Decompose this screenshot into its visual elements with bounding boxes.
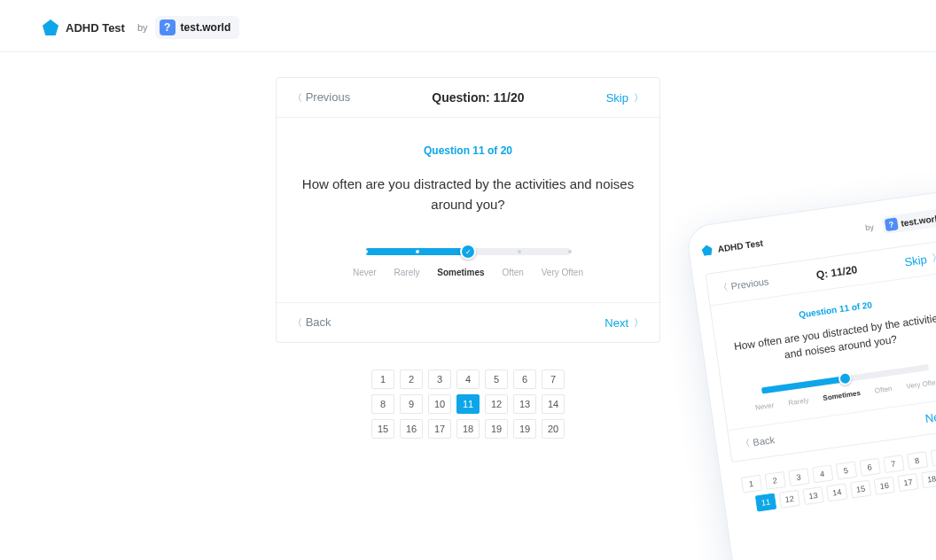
brand-icon: ? [885, 217, 899, 231]
brand-icon: ? [160, 19, 176, 35]
slider-label[interactable]: Rarely [394, 268, 420, 277]
phone-next-button: Next 〉 [924, 407, 936, 425]
pager-item[interactable]: 7 [542, 369, 565, 389]
phone-pager-item: 6 [859, 457, 880, 476]
question-card: 〈 Previous Question: 11/20 Skip 〉 Questi… [276, 77, 660, 343]
phone-back-button: 〈 Back [740, 433, 776, 451]
pager-item[interactable]: 11 [456, 394, 480, 414]
phone-pager-item: 13 [802, 486, 823, 505]
pager-item[interactable]: 4 [456, 369, 480, 389]
pager-item[interactable]: 17 [428, 419, 451, 439]
phone-pager-item: 8 [906, 451, 927, 470]
previous-label: Previous [306, 90, 351, 104]
question-counter: Question: 11/20 [432, 90, 524, 105]
pager-item[interactable]: 9 [400, 394, 423, 414]
phone-question-card: 〈 Previous Q: 11/20 Skip 〉 Question 11 o… [705, 239, 936, 462]
pager-item[interactable]: 20 [542, 419, 565, 439]
page-header: ADHD Test by ? test.world [0, 0, 936, 52]
phone-pager-item: 14 [826, 483, 847, 502]
phone-pager-item: 1 [740, 474, 761, 493]
app-title: ADHD Test [66, 21, 125, 35]
pager-item[interactable]: 12 [485, 394, 508, 414]
pentagon-icon [701, 245, 714, 257]
next-label: Next [604, 316, 628, 330]
question-pager: 123456789101112131415161718191920 [362, 369, 574, 439]
pager-item[interactable]: 19 [513, 419, 536, 439]
pentagon-icon [43, 19, 58, 35]
slider-label[interactable]: Often [502, 268, 523, 277]
phone-pager-item: 16 [874, 476, 895, 494]
pager-item[interactable]: 15 [371, 419, 394, 439]
phone-skip-button: Skip 〉 [904, 251, 936, 269]
next-button[interactable]: Next 〉 [604, 316, 644, 330]
by-label: by [137, 22, 148, 33]
chevron-left-icon: 〈 [740, 437, 752, 448]
pager-item[interactable]: 13 [513, 394, 536, 414]
pager-item[interactable]: 1 [371, 369, 394, 389]
phone-pager-item: 5 [835, 461, 856, 479]
phone-pager-item: 3 [788, 468, 809, 486]
pager-item[interactable]: 8 [371, 394, 394, 414]
brand-text: test.world [181, 21, 231, 34]
slider-knob[interactable]: ✓ [460, 244, 476, 260]
pager-item[interactable]: 14 [542, 394, 565, 414]
skip-label: Skip [606, 91, 628, 105]
pager-item[interactable]: 18 [456, 419, 480, 439]
phone-pager-item: 15 [850, 479, 871, 498]
chevron-right-icon: 〉 [932, 251, 936, 265]
card-body: Question 11 of 20 How often are you dist… [277, 118, 659, 302]
slider-track[interactable]: ✓ [366, 248, 570, 255]
question-subheader: Question 11 of 20 [300, 144, 636, 157]
chevron-right-icon: 〉 [634, 91, 644, 105]
pager-item[interactable]: 6 [513, 369, 536, 389]
phone-pager-item: 7 [883, 455, 904, 473]
slider-label[interactable]: Sometimes [437, 268, 484, 277]
phone-pager-item: 12 [779, 489, 800, 508]
slider-labels: NeverRarelySometimesOftenVery Often [353, 268, 583, 277]
chevron-left-icon: 〈 [292, 317, 302, 328]
back-label: Back [306, 315, 332, 329]
pager-item[interactable]: 5 [485, 369, 508, 389]
chevron-left-icon: 〈 [718, 282, 729, 293]
phone-pager-item: 2 [764, 471, 785, 490]
phone-pager-item: 17 [897, 473, 918, 492]
phone-pager-item: 4 [811, 464, 832, 483]
phone-previous-button: 〈 Previous [718, 275, 769, 295]
response-slider[interactable]: ✓ NeverRarelySometimesOftenVery Often [300, 248, 636, 277]
pager-item[interactable]: 2 [400, 369, 423, 389]
pager-item[interactable]: 3 [428, 369, 451, 389]
phone-question-counter: Q: 11/20 [815, 263, 858, 281]
slider-label[interactable]: Never [353, 268, 377, 277]
pager-item[interactable]: 19 [485, 419, 508, 439]
phone-pager-item: 18 [921, 470, 936, 488]
previous-button[interactable]: 〈 Previous [292, 90, 350, 105]
skip-button[interactable]: Skip 〉 [606, 91, 644, 105]
card-footer: 〈 Back Next 〉 [277, 302, 659, 342]
phone-brand-badge: ? test.world [881, 207, 936, 234]
brand-badge[interactable]: ? test.world [155, 16, 240, 39]
pager-item[interactable]: 10 [428, 394, 451, 414]
pager-item[interactable]: 16 [400, 419, 423, 439]
card-header: 〈 Previous Question: 11/20 Skip 〉 [277, 78, 659, 118]
chevron-left-icon: 〈 [292, 92, 302, 103]
phone-pager-item: 11 [755, 493, 776, 511]
phone-pager-item: 9 [930, 447, 936, 466]
phone-by-label: by [865, 222, 875, 232]
chevron-right-icon: 〉 [634, 316, 644, 330]
phone-brand-text: test.world [901, 213, 936, 228]
question-text: How often are you distracted by the acti… [300, 175, 636, 214]
phone-app-title: ADHD Test [717, 237, 764, 253]
slider-label[interactable]: Very Often [542, 268, 583, 277]
back-button[interactable]: 〈 Back [292, 315, 332, 330]
phone-mockup: ADHD Test by ? test.world 〈 Previous Q: … [685, 190, 936, 560]
